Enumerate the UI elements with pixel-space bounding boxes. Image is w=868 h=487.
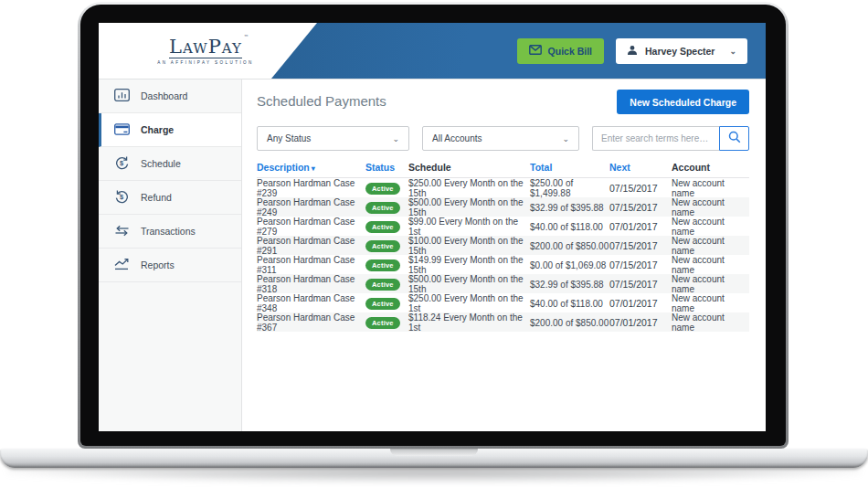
sidebar-item-transactions[interactable]: Transactions bbox=[99, 215, 241, 249]
schedule-cell: $149.99 Every Month on the 15th bbox=[408, 255, 530, 275]
schedule-cell: $250.00 Every Month on the 15th bbox=[408, 178, 530, 198]
column-header-status[interactable]: Status bbox=[365, 162, 408, 173]
status-badge: Active bbox=[365, 259, 400, 271]
sidebar-item-label: Charge bbox=[141, 124, 174, 135]
user-menu-button[interactable]: Harvey Specter ⌄ bbox=[616, 38, 747, 64]
app-window: LawPay™ AN AFFINIPAY SOLUTION Quick Bill bbox=[99, 23, 766, 431]
sidebar-item-label: Dashboard bbox=[141, 90, 187, 101]
description-cell: Pearson Hardman Case #249 bbox=[257, 197, 365, 217]
table-row[interactable]: Pearson Hardman Case #367 Active $118.24… bbox=[257, 312, 749, 332]
sidebar-item-refund[interactable]: $ Refund bbox=[99, 181, 241, 215]
description-cell: Pearson Hardman Case #311 bbox=[257, 255, 365, 275]
lawpay-logo-wordmark: LawPay™ bbox=[169, 37, 242, 58]
column-header-description[interactable]: Description▾ bbox=[257, 162, 365, 173]
sidebar: Dashboard Charge $ Schedule bbox=[99, 79, 242, 431]
table-row[interactable]: Pearson Hardman Case #239 Active $250.00… bbox=[257, 178, 749, 197]
total-cell: $200.00 of $850.00 bbox=[530, 318, 609, 328]
next-date-cell: 07/01/2017 bbox=[609, 317, 672, 328]
main-content: Scheduled Payments New Scheduled Charge … bbox=[242, 79, 766, 431]
status-filter-value: Any Status bbox=[267, 133, 311, 143]
column-header-next[interactable]: Next bbox=[609, 162, 672, 173]
sidebar-item-charge[interactable]: Charge bbox=[99, 113, 241, 147]
chevron-down-icon: ⌄ bbox=[392, 134, 399, 143]
laptop-bezel: LawPay™ AN AFFINIPAY SOLUTION Quick Bill bbox=[80, 5, 786, 446]
next-date-cell: 07/15/2017 bbox=[609, 183, 672, 194]
schedule-cell: $99.00 Every Month on the 1st bbox=[408, 217, 530, 237]
user-icon bbox=[627, 45, 638, 58]
table-row[interactable]: Pearson Hardman Case #348 Active $250.00… bbox=[257, 293, 749, 312]
account-cell: New account name bbox=[672, 293, 749, 313]
status-cell: Active bbox=[365, 317, 408, 329]
sidebar-item-reports[interactable]: Reports bbox=[99, 249, 241, 282]
accounts-filter-value: All Accounts bbox=[432, 133, 482, 143]
status-cell: Active bbox=[365, 240, 408, 252]
status-badge: Active bbox=[365, 202, 400, 214]
quick-bill-button[interactable]: Quick Bill bbox=[517, 38, 604, 64]
table-row[interactable]: Pearson Hardman Case #249 Active $500.00… bbox=[257, 197, 749, 217]
status-badge: Active bbox=[365, 240, 400, 252]
account-cell: New account name bbox=[672, 217, 749, 237]
table-row[interactable]: Pearson Hardman Case #291 Active $100.00… bbox=[257, 236, 749, 255]
trademark-symbol: ™ bbox=[244, 35, 249, 39]
chevron-down-icon: ⌄ bbox=[562, 134, 569, 143]
laptop-latch-notch bbox=[390, 449, 478, 456]
total-cell: $40.00 of $118.00 bbox=[530, 299, 609, 309]
column-header-account[interactable]: Account bbox=[672, 162, 749, 173]
description-cell: Pearson Hardman Case #279 bbox=[257, 217, 365, 237]
status-cell: Active bbox=[365, 259, 408, 271]
account-cell: New account name bbox=[672, 255, 749, 275]
account-cell: New account name bbox=[672, 312, 749, 333]
status-cell: Active bbox=[365, 279, 408, 291]
sidebar-item-label: Reports bbox=[141, 259, 175, 270]
svg-text:$: $ bbox=[120, 193, 124, 201]
column-header-total[interactable]: Total bbox=[530, 162, 609, 173]
sidebar-item-dashboard[interactable]: Dashboard bbox=[99, 79, 241, 113]
status-badge: Active bbox=[365, 279, 400, 291]
table-header-row: Description▾ Status Schedule Total Next … bbox=[257, 162, 749, 178]
search-button[interactable] bbox=[719, 126, 749, 151]
lawpay-logo-tagline: AN AFFINIPAY SOLUTION bbox=[151, 60, 260, 65]
total-cell: $0.00 of $1,069.08 bbox=[530, 260, 609, 270]
description-cell: Pearson Hardman Case #291 bbox=[257, 236, 365, 256]
account-cell: New account name bbox=[672, 197, 749, 217]
top-bar-actions: Quick Bill Harvey Specter ⌄ bbox=[517, 38, 766, 64]
content-header: Scheduled Payments New Scheduled Charge bbox=[257, 90, 749, 114]
laptop-screen-frame: LawPay™ AN AFFINIPAY SOLUTION Quick Bill bbox=[78, 2, 789, 449]
table-body: Pearson Hardman Case #239 Active $250.00… bbox=[257, 178, 749, 332]
schedule-cell: $500.00 Every Month on the 15th bbox=[408, 197, 530, 217]
next-date-cell: 07/01/2017 bbox=[609, 298, 672, 309]
filter-bar: Any Status ⌄ All Accounts ⌄ bbox=[257, 126, 749, 151]
next-date-cell: 07/15/2017 bbox=[609, 202, 672, 213]
schedule-cell: $250.00 Every Month on the 1st bbox=[408, 293, 530, 313]
sidebar-item-label: Schedule bbox=[141, 158, 181, 169]
next-date-cell: 07/15/2017 bbox=[609, 240, 672, 251]
sort-desc-icon: ▾ bbox=[312, 164, 315, 173]
table-row[interactable]: Pearson Hardman Case #318 Active $500.00… bbox=[257, 274, 749, 293]
status-filter-select[interactable]: Any Status ⌄ bbox=[257, 126, 409, 151]
column-header-schedule[interactable]: Schedule bbox=[408, 162, 530, 173]
sidebar-item-label: Transactions bbox=[141, 226, 196, 237]
total-cell: $40.00 of $118.00 bbox=[530, 222, 609, 232]
envelope-icon bbox=[529, 45, 542, 57]
next-date-cell: 07/15/2017 bbox=[609, 279, 672, 290]
total-cell: $32.99 of $395.88 bbox=[530, 203, 609, 213]
table-row[interactable]: Pearson Hardman Case #311 Active $149.99… bbox=[257, 255, 749, 274]
description-cell: Pearson Hardman Case #348 bbox=[257, 293, 365, 313]
credit-card-icon bbox=[114, 123, 130, 137]
table-row[interactable]: Pearson Hardman Case #279 Active $99.00 … bbox=[257, 217, 749, 236]
status-badge: Active bbox=[365, 298, 400, 310]
schedule-cell: $100.00 Every Month on the 15th bbox=[408, 236, 530, 256]
new-scheduled-charge-button[interactable]: New Scheduled Charge bbox=[617, 90, 749, 114]
search-input[interactable] bbox=[592, 126, 719, 151]
status-cell: Active bbox=[365, 183, 408, 195]
recurring-dollar-icon: $ bbox=[114, 155, 130, 172]
status-badge: Active bbox=[365, 317, 400, 329]
top-bar: LawPay™ AN AFFINIPAY SOLUTION Quick Bill bbox=[99, 23, 766, 79]
user-name: Harvey Specter bbox=[645, 46, 715, 57]
chevron-down-icon: ⌄ bbox=[729, 47, 736, 56]
app-body: Dashboard Charge $ Schedule bbox=[99, 79, 766, 431]
transfer-arrows-icon bbox=[114, 225, 130, 238]
next-date-cell: 07/01/2017 bbox=[609, 221, 672, 232]
sidebar-item-schedule[interactable]: $ Schedule bbox=[99, 147, 241, 181]
accounts-filter-select[interactable]: All Accounts ⌄ bbox=[422, 126, 579, 151]
